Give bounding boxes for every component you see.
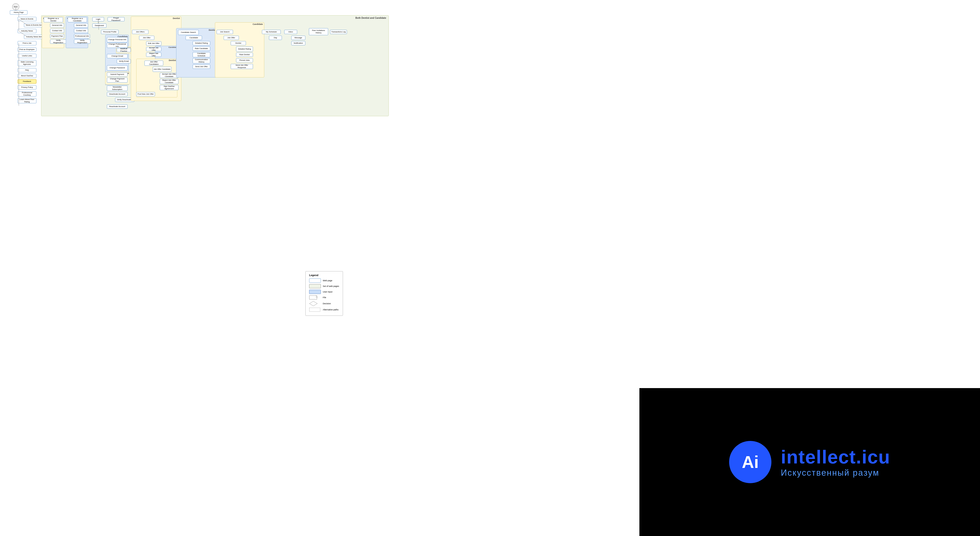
- rate-dentist-node: Rate Dentist: [236, 52, 253, 57]
- privacy-policy-node: Privacy Policy: [18, 85, 37, 89]
- useful-links-node: Useful Links: [18, 54, 37, 58]
- feedback-node: Feedback: [18, 79, 37, 84]
- legend-panel: Legend Web page Set of web pages User in…: [305, 271, 343, 316]
- transactions-log-node: Transactions Log: [330, 30, 347, 34]
- professional-courtesy-node: Professional Courtesy: [18, 91, 37, 97]
- candidate-schedule-node: Candidate Schedule: [192, 52, 210, 57]
- news-events-node: News & Events: [18, 17, 37, 21]
- job-offer-candidates-node: Job Offer Candidates: [145, 60, 163, 66]
- legend-user-input: User input: [309, 290, 339, 294]
- brand-sub-text: Искусственный разум: [781, 468, 890, 478]
- submit-payment-node: Submit Payment: [107, 72, 127, 76]
- day-node: Day: [269, 36, 282, 40]
- legend-decision: Decision: [309, 301, 339, 306]
- legend-set-of-pages: Set of web pages: [309, 284, 339, 288]
- legend-file: File: [309, 295, 339, 300]
- brand-main-text: intellect.icu: [781, 446, 890, 468]
- contact-info-c-node: Contact Info: [74, 29, 88, 33]
- dentist-job-offer-candidates-label: Dentist: [169, 59, 176, 62]
- professional-info-c-node: Professional Info: [74, 34, 90, 38]
- job-offer-node: Job Offer: [139, 36, 154, 40]
- reactivate-account-node: Reactivate Account: [107, 105, 127, 109]
- verify-email-node: Verify Email: [117, 59, 131, 63]
- candidate-node: Candidate: [186, 36, 202, 40]
- general-info-d-node: General Info: [50, 23, 64, 27]
- find-job-node: Find a Job: [18, 41, 37, 45]
- post-new-job-offer-node: Post New Job Offer: [136, 92, 155, 96]
- detailed-rating-js-node: Detailed Rating: [236, 46, 253, 52]
- peer-invitations-node: Peer Invitations History: [309, 28, 328, 35]
- legend-title: Legend: [309, 274, 339, 277]
- dashboard-node: Dashboard: [92, 24, 107, 28]
- candidate-job-search-label: Candidate: [253, 23, 263, 25]
- communication-history-node: Communication History: [192, 58, 210, 63]
- contact-info-d-node: Contact Info: [50, 29, 64, 33]
- about-gazdaz-node: About GazDaz: [18, 74, 37, 78]
- edit-job-offer-node: Edit Job Offer: [146, 41, 161, 46]
- accept-job-offer-node: Accept Job Offer: [146, 47, 161, 51]
- general-info-c-node: General Info: [74, 23, 88, 27]
- verify-registration-d-node: Verify Registration: [50, 40, 67, 44]
- inbox-node: Inbox: [284, 30, 297, 34]
- accept-job-offer-candidate-node: Accept Job Offer Candidate: [160, 73, 178, 78]
- login-node: Login: [92, 17, 104, 21]
- candidate-search-node: Candidate Search: [178, 30, 199, 35]
- register-dentist-node: Register as a Dentist: [44, 17, 63, 22]
- verify-registration-c-node: Verify Registration: [74, 40, 91, 44]
- detailed-rating-node: Detailed Rating: [192, 41, 210, 45]
- both-dentist-candidate-label: Both Dentist and Candidate: [355, 17, 386, 19]
- legend-alternative-paths: Alternative paths: [309, 308, 339, 312]
- dentist-node: Dentist: [231, 41, 246, 45]
- change-payment-plan-node: Change Payment Plan: [107, 78, 127, 82]
- message-node: Message: [291, 36, 305, 40]
- learn-peer-rating-node: Learn About Peer Rating: [18, 98, 37, 103]
- brand-overlay: Ai intellect.icu Искусственный разум: [640, 388, 980, 536]
- svg-rect-11: [309, 308, 320, 312]
- faq-node: FAQ: [18, 68, 37, 72]
- change-email-node: Change Email: [107, 54, 127, 58]
- job-offer-candidate-node: Job Offer Candidate: [153, 67, 172, 72]
- payment-plan-d-node: Payment Plan: [50, 34, 64, 38]
- sign-gazdaz-agreement-node: Sign GazDaz Agreement: [160, 85, 178, 90]
- job-offers-node: Job Offers: [132, 30, 148, 34]
- legend-web-page: Web page: [309, 278, 339, 283]
- rate-candidate-node: Rate Candidate: [192, 46, 210, 51]
- brand-text-block: intellect.icu Искусственный разум: [781, 446, 890, 478]
- send-job-offer-response-node: Send Job Offer Response: [231, 64, 253, 69]
- personal-profile-node: Personal Profile: [101, 30, 119, 34]
- news-events-item-node: News & Events Item: [24, 23, 45, 27]
- change-professional-info-node: Change Professional Info: [107, 43, 127, 48]
- add-edit-practice-node: Add/Edit Practice: [117, 48, 131, 52]
- reject-job-offer-candidate-node: Reject Job Offer Candidate: [160, 79, 178, 84]
- reject-job-offer-node: Reject Job Offer: [146, 52, 161, 57]
- change-personal-info-node: Change Personal Info: [107, 37, 127, 42]
- brand-ai-text: Ai: [742, 452, 759, 472]
- job-offer-js-node: Job Offer: [224, 36, 239, 40]
- job-search-node: Job Search: [216, 30, 233, 34]
- brand-logo: Ai: [729, 441, 772, 483]
- state-licensing-node: State Licensing Agencies: [18, 60, 37, 66]
- svg-marker-10: [309, 301, 317, 306]
- find-employee-node: Find an Employee: [18, 48, 37, 52]
- deactivate-account-node: Deactivate Account: [107, 92, 127, 96]
- newsletter-subscription-node: Newsletter Subscription: [107, 86, 127, 91]
- send-job-offer-node: Send Job Offer: [192, 65, 210, 69]
- industry-news-item-node: Industry News Item: [24, 35, 45, 39]
- forgot-password-node: Forgot Password?: [108, 17, 124, 21]
- my-schedule-node: My Schedule: [262, 30, 281, 34]
- home-page-node: Home Page: [10, 10, 27, 14]
- change-password-node: Change Password: [107, 65, 127, 70]
- industry-news-node: Industry News: [18, 29, 37, 33]
- dentist-job-offers-label: Dentist: [173, 17, 180, 19]
- pinned-jobs-node: Pinned Jobs: [236, 58, 253, 62]
- brand-content: Ai intellect.icu Искусственный разум: [729, 441, 890, 483]
- error-node: Error: [12, 3, 19, 10]
- register-candidate-node: Register as a Candidate: [68, 17, 87, 22]
- notification-node: Notification: [291, 41, 305, 45]
